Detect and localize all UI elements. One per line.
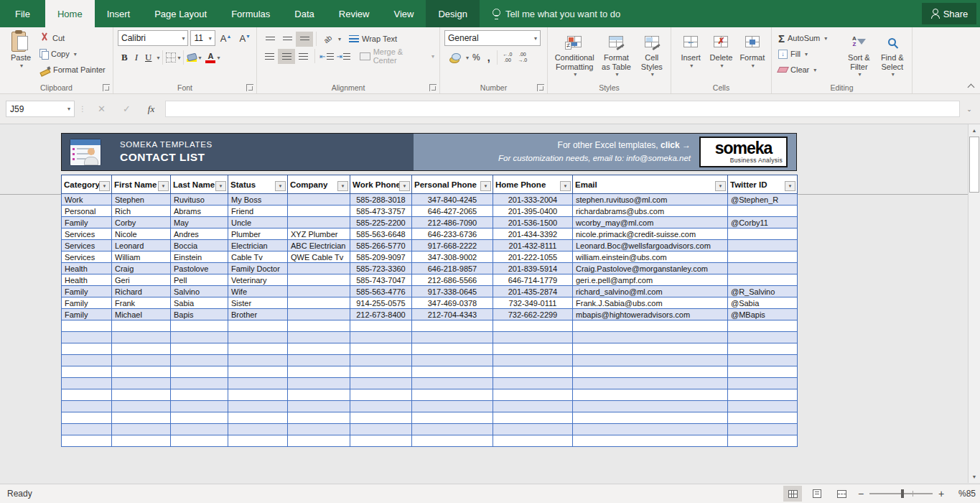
cell[interactable] (728, 206, 798, 217)
cell[interactable] (412, 412, 493, 424)
conditional-formatting-arrow[interactable]: ▾ (574, 71, 577, 78)
cell[interactable] (350, 389, 412, 401)
cell[interactable]: 347-840-4245 (412, 194, 493, 206)
cell[interactable] (728, 389, 798, 401)
cell[interactable] (228, 355, 288, 366)
cell[interactable] (493, 412, 573, 424)
cell[interactable]: Health (62, 263, 112, 274)
cell[interactable] (228, 435, 288, 447)
cell[interactable]: Work (62, 194, 112, 206)
column-header[interactable]: First Name▼ (112, 175, 171, 194)
clipboard-dialog-launcher[interactable] (103, 84, 110, 91)
filter-dropdown-button[interactable]: ▼ (715, 181, 726, 191)
paste-button[interactable]: Paste ▾ (4, 30, 37, 82)
cell[interactable] (728, 355, 798, 366)
tab-formulas[interactable]: Formulas (219, 0, 282, 27)
cell[interactable] (171, 366, 228, 378)
cell[interactable] (288, 366, 350, 378)
cell[interactable]: Services (62, 251, 112, 263)
tab-view[interactable]: View (381, 0, 426, 27)
cell[interactable]: May (171, 217, 228, 229)
cell[interactable] (728, 366, 798, 378)
find-select-button[interactable]: Find & Select ▾ (876, 30, 909, 82)
filter-dropdown-button[interactable]: ▼ (215, 181, 226, 191)
cell[interactable]: @Stephen_R (728, 194, 798, 206)
cell[interactable]: William (112, 251, 171, 263)
cell[interactable]: @Corby11 (728, 217, 798, 229)
cell[interactable]: Nicole (112, 229, 171, 240)
cell[interactable] (493, 401, 573, 412)
comma-style-button[interactable]: , (484, 51, 494, 64)
cell[interactable]: Andres (171, 229, 228, 240)
cell[interactable] (288, 263, 350, 274)
cell[interactable] (171, 424, 228, 435)
cell[interactable] (350, 332, 412, 343)
orientation-dropdown-arrow[interactable]: ▾ (338, 36, 341, 42)
cell[interactable]: 212-704-4343 (412, 309, 493, 320)
cell[interactable] (573, 366, 728, 378)
filter-dropdown-button[interactable]: ▼ (480, 181, 491, 191)
cell[interactable] (728, 435, 798, 447)
cell[interactable]: 212-686-5566 (412, 274, 493, 286)
cell[interactable] (728, 274, 798, 286)
cell[interactable]: Craig.Pastolove@morganstanley.com (573, 263, 728, 274)
cell[interactable] (288, 401, 350, 412)
cell[interactable]: Stephen (112, 194, 171, 206)
cell[interactable] (171, 378, 228, 389)
cell[interactable]: 201-536-1500 (493, 217, 573, 229)
copy-dropdown-arrow[interactable]: ▾ (74, 51, 77, 57)
font-dialog-launcher[interactable] (246, 84, 253, 91)
cell[interactable] (350, 366, 412, 378)
cell[interactable]: 646-233-6736 (412, 229, 493, 240)
cell[interactable]: 585-225-2200 (350, 217, 412, 229)
cell[interactable] (112, 320, 171, 332)
align-middle-button[interactable] (279, 32, 296, 47)
cell[interactable]: Boccia (171, 240, 228, 251)
cell[interactable]: XYZ Plumber (288, 229, 350, 240)
scroll-down-arrow[interactable]: ▼ (969, 471, 980, 483)
bold-button[interactable]: B (118, 51, 131, 64)
name-box-dropdown-arrow[interactable]: ▾ (67, 106, 70, 112)
cell[interactable]: Frank (112, 297, 171, 309)
cell[interactable] (573, 332, 728, 343)
formula-bar-grip[interactable]: ⋮ (79, 105, 87, 113)
cell[interactable] (62, 435, 112, 447)
borders-button[interactable] (166, 52, 176, 63)
cell[interactable]: 585-723-3360 (350, 263, 412, 274)
cell[interactable] (288, 194, 350, 206)
percent-style-button[interactable]: % (469, 52, 484, 63)
align-center-button[interactable] (278, 49, 294, 64)
cell[interactable] (573, 343, 728, 355)
cell[interactable] (171, 412, 228, 424)
column-header[interactable]: Last Name▼ (171, 175, 228, 194)
cell[interactable]: @MBapis (728, 309, 798, 320)
cell[interactable] (288, 309, 350, 320)
find-select-arrow[interactable]: ▾ (892, 71, 895, 78)
cell[interactable] (412, 378, 493, 389)
borders-dropdown-arrow[interactable]: ▾ (177, 55, 180, 61)
cell[interactable]: 585-743-7047 (350, 274, 412, 286)
increase-indent-button[interactable]: ⇥ (335, 49, 352, 64)
cell[interactable]: richard_salvino@ml.com (573, 286, 728, 297)
tell-me-box[interactable]: Tell me what you want to do (493, 0, 620, 27)
cell[interactable]: 646-714-1779 (493, 274, 573, 286)
align-left-button[interactable] (261, 49, 278, 64)
wrap-text-button[interactable]: Wrap Text (347, 31, 399, 47)
increase-font-size-button[interactable]: A▲ (218, 33, 235, 44)
cell[interactable]: Rich (112, 206, 171, 217)
orientation-button[interactable]: ab (319, 32, 337, 47)
cell[interactable]: Richard (112, 286, 171, 297)
delete-cells-button[interactable]: ✗ Delete ▾ (706, 30, 736, 82)
clear-button[interactable]: Clear ▾ (776, 62, 842, 78)
cell[interactable]: 201-435-2874 (493, 286, 573, 297)
cell[interactable]: nicole.primack@credit-suisse.com (573, 229, 728, 240)
cell[interactable]: 917-668-2222 (412, 240, 493, 251)
fill-color-dropdown-arrow[interactable]: ▾ (198, 55, 201, 61)
cell[interactable]: 585-563-4776 (350, 286, 412, 297)
cell[interactable] (171, 355, 228, 366)
cell[interactable] (288, 424, 350, 435)
filter-dropdown-button[interactable]: ▼ (560, 181, 571, 191)
scroll-up-arrow[interactable]: ▲ (969, 124, 980, 137)
cell[interactable] (573, 401, 728, 412)
cell[interactable]: Michael (112, 309, 171, 320)
